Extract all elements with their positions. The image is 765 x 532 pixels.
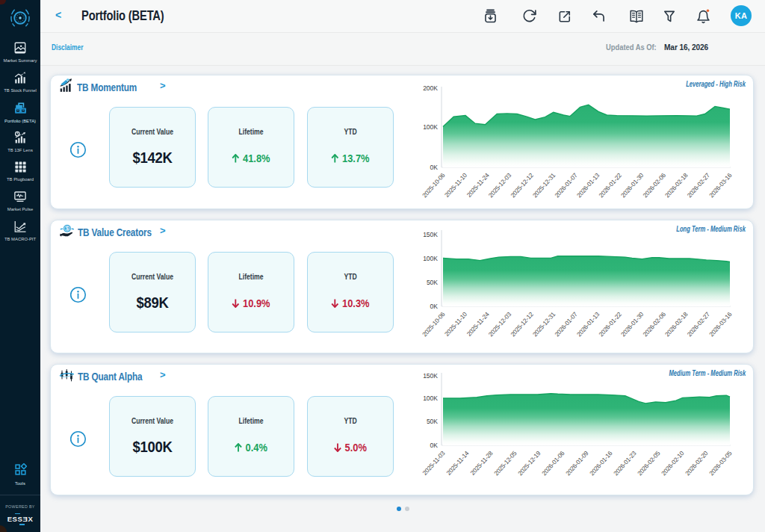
svg-text:2025-11-10: 2025-11-10 xyxy=(443,171,468,199)
svg-text:100K: 100K xyxy=(423,255,438,262)
svg-text:100K: 100K xyxy=(423,123,438,131)
svg-text:2025-11-28: 2025-11-28 xyxy=(468,449,494,477)
svg-text:2025-11-03: 2025-11-03 xyxy=(421,449,446,477)
svg-text:2026-03-05: 2026-03-05 xyxy=(707,449,734,477)
svg-text:0K: 0K xyxy=(430,164,439,171)
svg-text:50K: 50K xyxy=(427,279,438,286)
svg-text:2026-02-20: 2026-02-20 xyxy=(684,449,710,477)
svg-text:100K: 100K xyxy=(423,395,438,402)
svg-text:2025-11-10: 2025-11-10 xyxy=(443,310,468,338)
svg-text:2026-01-16: 2026-01-16 xyxy=(588,449,614,477)
svg-text:2026-02-10: 2026-02-10 xyxy=(660,449,686,477)
svg-text:2026-02-05: 2026-02-05 xyxy=(636,449,662,477)
svg-text:2026-01-06: 2026-01-06 xyxy=(540,449,566,477)
svg-text:2025-12-19: 2025-12-19 xyxy=(516,449,542,477)
svg-text:150K: 150K xyxy=(423,231,438,238)
svg-text:2026-01-23: 2026-01-23 xyxy=(612,449,638,477)
svg-text:50K: 50K xyxy=(427,418,438,425)
svg-text:2025-11-14: 2025-11-14 xyxy=(445,449,470,477)
svg-text:2025-12-05: 2025-12-05 xyxy=(492,449,518,477)
svg-text:2025-10-06: 2025-10-06 xyxy=(421,171,447,199)
svg-text:2026-03-16: 2026-03-16 xyxy=(707,171,734,199)
svg-text:2026-01-09: 2026-01-09 xyxy=(564,449,590,477)
svg-text:0K: 0K xyxy=(430,303,439,310)
svg-text:2026-03-16: 2026-03-16 xyxy=(707,310,734,338)
svg-text:200K: 200K xyxy=(423,84,438,92)
svg-text:2025-10-06: 2025-10-06 xyxy=(421,310,447,338)
svg-text:0K: 0K xyxy=(430,442,439,449)
svg-text:150K: 150K xyxy=(423,372,438,380)
